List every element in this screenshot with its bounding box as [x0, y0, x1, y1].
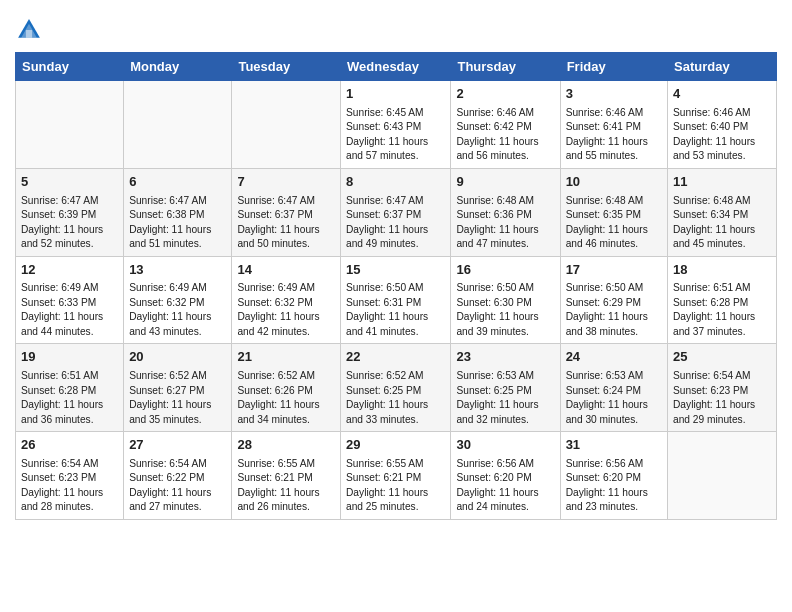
- day-info: Sunrise: 6:48 AMSunset: 6:36 PMDaylight:…: [456, 194, 554, 252]
- day-number: 30: [456, 436, 554, 455]
- weekday-header-sunday: Sunday: [16, 53, 124, 81]
- calendar-cell: [124, 81, 232, 169]
- weekday-header-monday: Monday: [124, 53, 232, 81]
- day-info: Sunrise: 6:46 AMSunset: 6:41 PMDaylight:…: [566, 106, 662, 164]
- week-row-3: 19Sunrise: 6:51 AMSunset: 6:28 PMDayligh…: [16, 344, 777, 432]
- day-number: 21: [237, 348, 335, 367]
- calendar-cell: 26Sunrise: 6:54 AMSunset: 6:23 PMDayligh…: [16, 432, 124, 520]
- calendar-cell: 20Sunrise: 6:52 AMSunset: 6:27 PMDayligh…: [124, 344, 232, 432]
- day-number: 18: [673, 261, 771, 280]
- calendar-cell: 27Sunrise: 6:54 AMSunset: 6:22 PMDayligh…: [124, 432, 232, 520]
- calendar-cell: 11Sunrise: 6:48 AMSunset: 6:34 PMDayligh…: [668, 168, 777, 256]
- calendar-cell: 21Sunrise: 6:52 AMSunset: 6:26 PMDayligh…: [232, 344, 341, 432]
- day-info: Sunrise: 6:55 AMSunset: 6:21 PMDaylight:…: [346, 457, 445, 515]
- calendar-cell: 12Sunrise: 6:49 AMSunset: 6:33 PMDayligh…: [16, 256, 124, 344]
- day-number: 6: [129, 173, 226, 192]
- calendar-cell: [16, 81, 124, 169]
- day-info: Sunrise: 6:46 AMSunset: 6:40 PMDaylight:…: [673, 106, 771, 164]
- calendar-cell: 9Sunrise: 6:48 AMSunset: 6:36 PMDaylight…: [451, 168, 560, 256]
- day-number: 13: [129, 261, 226, 280]
- day-number: 31: [566, 436, 662, 455]
- day-info: Sunrise: 6:48 AMSunset: 6:35 PMDaylight:…: [566, 194, 662, 252]
- day-number: 8: [346, 173, 445, 192]
- calendar-cell: 16Sunrise: 6:50 AMSunset: 6:30 PMDayligh…: [451, 256, 560, 344]
- day-info: Sunrise: 6:45 AMSunset: 6:43 PMDaylight:…: [346, 106, 445, 164]
- day-number: 23: [456, 348, 554, 367]
- day-number: 26: [21, 436, 118, 455]
- calendar-cell: 30Sunrise: 6:56 AMSunset: 6:20 PMDayligh…: [451, 432, 560, 520]
- calendar-cell: 8Sunrise: 6:47 AMSunset: 6:37 PMDaylight…: [341, 168, 451, 256]
- day-number: 12: [21, 261, 118, 280]
- week-row-0: 1Sunrise: 6:45 AMSunset: 6:43 PMDaylight…: [16, 81, 777, 169]
- day-info: Sunrise: 6:49 AMSunset: 6:32 PMDaylight:…: [129, 281, 226, 339]
- day-number: 4: [673, 85, 771, 104]
- day-number: 15: [346, 261, 445, 280]
- day-info: Sunrise: 6:50 AMSunset: 6:29 PMDaylight:…: [566, 281, 662, 339]
- header: [15, 10, 777, 44]
- calendar-cell: 23Sunrise: 6:53 AMSunset: 6:25 PMDayligh…: [451, 344, 560, 432]
- calendar-cell: 5Sunrise: 6:47 AMSunset: 6:39 PMDaylight…: [16, 168, 124, 256]
- calendar-cell: 4Sunrise: 6:46 AMSunset: 6:40 PMDaylight…: [668, 81, 777, 169]
- day-info: Sunrise: 6:52 AMSunset: 6:27 PMDaylight:…: [129, 369, 226, 427]
- calendar-cell: 10Sunrise: 6:48 AMSunset: 6:35 PMDayligh…: [560, 168, 667, 256]
- day-number: 2: [456, 85, 554, 104]
- calendar-cell: 13Sunrise: 6:49 AMSunset: 6:32 PMDayligh…: [124, 256, 232, 344]
- day-info: Sunrise: 6:51 AMSunset: 6:28 PMDaylight:…: [21, 369, 118, 427]
- day-info: Sunrise: 6:53 AMSunset: 6:25 PMDaylight:…: [456, 369, 554, 427]
- day-info: Sunrise: 6:48 AMSunset: 6:34 PMDaylight:…: [673, 194, 771, 252]
- calendar-cell: 6Sunrise: 6:47 AMSunset: 6:38 PMDaylight…: [124, 168, 232, 256]
- calendar-table: SundayMondayTuesdayWednesdayThursdayFrid…: [15, 52, 777, 520]
- calendar-cell: 24Sunrise: 6:53 AMSunset: 6:24 PMDayligh…: [560, 344, 667, 432]
- day-number: 27: [129, 436, 226, 455]
- day-info: Sunrise: 6:50 AMSunset: 6:31 PMDaylight:…: [346, 281, 445, 339]
- calendar-cell: 18Sunrise: 6:51 AMSunset: 6:28 PMDayligh…: [668, 256, 777, 344]
- logo: [15, 10, 47, 44]
- day-info: Sunrise: 6:51 AMSunset: 6:28 PMDaylight:…: [673, 281, 771, 339]
- day-number: 9: [456, 173, 554, 192]
- day-info: Sunrise: 6:49 AMSunset: 6:32 PMDaylight:…: [237, 281, 335, 339]
- svg-rect-2: [26, 30, 32, 38]
- day-info: Sunrise: 6:56 AMSunset: 6:20 PMDaylight:…: [456, 457, 554, 515]
- weekday-header-row: SundayMondayTuesdayWednesdayThursdayFrid…: [16, 53, 777, 81]
- calendar-cell: [232, 81, 341, 169]
- calendar-cell: 22Sunrise: 6:52 AMSunset: 6:25 PMDayligh…: [341, 344, 451, 432]
- calendar-cell: 14Sunrise: 6:49 AMSunset: 6:32 PMDayligh…: [232, 256, 341, 344]
- day-info: Sunrise: 6:55 AMSunset: 6:21 PMDaylight:…: [237, 457, 335, 515]
- day-info: Sunrise: 6:47 AMSunset: 6:37 PMDaylight:…: [237, 194, 335, 252]
- weekday-header-tuesday: Tuesday: [232, 53, 341, 81]
- calendar-cell: 31Sunrise: 6:56 AMSunset: 6:20 PMDayligh…: [560, 432, 667, 520]
- day-info: Sunrise: 6:49 AMSunset: 6:33 PMDaylight:…: [21, 281, 118, 339]
- day-number: 7: [237, 173, 335, 192]
- calendar-cell: 2Sunrise: 6:46 AMSunset: 6:42 PMDaylight…: [451, 81, 560, 169]
- day-number: 16: [456, 261, 554, 280]
- day-info: Sunrise: 6:54 AMSunset: 6:22 PMDaylight:…: [129, 457, 226, 515]
- day-number: 5: [21, 173, 118, 192]
- day-info: Sunrise: 6:47 AMSunset: 6:38 PMDaylight:…: [129, 194, 226, 252]
- day-number: 20: [129, 348, 226, 367]
- day-number: 25: [673, 348, 771, 367]
- logo-icon: [15, 16, 43, 44]
- day-info: Sunrise: 6:46 AMSunset: 6:42 PMDaylight:…: [456, 106, 554, 164]
- day-number: 19: [21, 348, 118, 367]
- day-number: 22: [346, 348, 445, 367]
- day-info: Sunrise: 6:54 AMSunset: 6:23 PMDaylight:…: [673, 369, 771, 427]
- week-row-1: 5Sunrise: 6:47 AMSunset: 6:39 PMDaylight…: [16, 168, 777, 256]
- day-info: Sunrise: 6:47 AMSunset: 6:39 PMDaylight:…: [21, 194, 118, 252]
- calendar-cell: 29Sunrise: 6:55 AMSunset: 6:21 PMDayligh…: [341, 432, 451, 520]
- calendar-cell: 15Sunrise: 6:50 AMSunset: 6:31 PMDayligh…: [341, 256, 451, 344]
- calendar-cell: 1Sunrise: 6:45 AMSunset: 6:43 PMDaylight…: [341, 81, 451, 169]
- weekday-header-wednesday: Wednesday: [341, 53, 451, 81]
- day-number: 14: [237, 261, 335, 280]
- day-info: Sunrise: 6:47 AMSunset: 6:37 PMDaylight:…: [346, 194, 445, 252]
- calendar-cell: 7Sunrise: 6:47 AMSunset: 6:37 PMDaylight…: [232, 168, 341, 256]
- calendar-cell: 19Sunrise: 6:51 AMSunset: 6:28 PMDayligh…: [16, 344, 124, 432]
- day-info: Sunrise: 6:52 AMSunset: 6:26 PMDaylight:…: [237, 369, 335, 427]
- day-info: Sunrise: 6:53 AMSunset: 6:24 PMDaylight:…: [566, 369, 662, 427]
- day-number: 3: [566, 85, 662, 104]
- calendar-cell: 3Sunrise: 6:46 AMSunset: 6:41 PMDaylight…: [560, 81, 667, 169]
- weekday-header-saturday: Saturday: [668, 53, 777, 81]
- day-number: 10: [566, 173, 662, 192]
- page: SundayMondayTuesdayWednesdayThursdayFrid…: [0, 0, 792, 612]
- day-number: 28: [237, 436, 335, 455]
- day-number: 29: [346, 436, 445, 455]
